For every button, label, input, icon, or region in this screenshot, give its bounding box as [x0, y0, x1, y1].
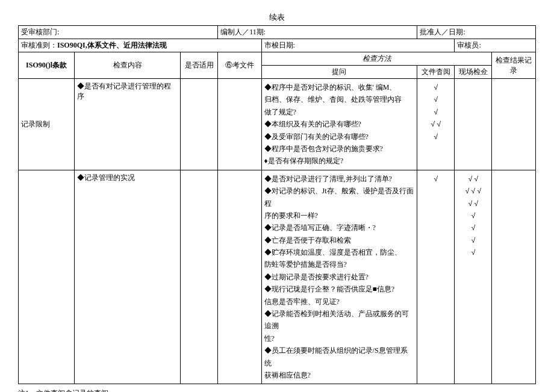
question-line: √ — [420, 173, 452, 185]
th-question: 提问 — [261, 66, 417, 79]
question-line: √ √ — [420, 118, 452, 130]
applicable-cell — [181, 170, 218, 384]
question-line: ◆员工在须要时能否从组织的记录/S息管理系统 — [264, 344, 415, 369]
question-line: √ √ — [457, 198, 489, 210]
question-line: ◆记录是否埴写正确、字迹清晰・? — [264, 222, 415, 234]
content-cell: ◆是否有对记录进行管理的程序 — [75, 79, 181, 170]
content-cell: ◆记录管理的实况 — [75, 170, 181, 384]
question-line: ◆本组织及有关的记录有哪些? — [264, 118, 415, 130]
question-line: ◆是否对记录进行了清理,并列出了清单? — [264, 173, 415, 185]
th-onsite: 现场检佥 — [455, 66, 492, 79]
question-line: √ — [457, 222, 489, 234]
docrev-cell-1: √ — [417, 170, 455, 384]
question-line: ◆程序中是否包含对记录的施贵要求? — [264, 143, 415, 155]
applicable-cell — [181, 79, 218, 170]
question-line: ◆现行记珑是行企整？能否供应足■信息? — [264, 283, 415, 295]
th-applicable: 是否适用 — [181, 52, 218, 79]
question-line: √ — [457, 210, 489, 222]
question-line: ◆记录能否检到时相关活动、产品或服务的可追溯 — [264, 308, 415, 332]
audit-table: 受审核部门: 编制人／11期: 批准人／日期: 审核准则：ISO90QI,体系文… — [18, 25, 536, 384]
question-line: √ √ — [457, 173, 489, 185]
table-row: 记录限制 ◆是否有对记录进行管理的程序 ◆程序中是否对记录的标识、收集' 编M、… — [19, 79, 536, 170]
footnotes: 注1：文件查阅含记录的查阅. 注2："检查结果记录"栏：符合。，稍微不符合△,严… — [18, 388, 536, 392]
question-line: ♦是否有保存期限的规定? — [264, 155, 415, 167]
question-line: ◆及受审部门有关的记录有哪些? — [264, 131, 415, 143]
table-row: ◆记录管理的实况 ◆是否对记录进行了清理,并列出了清单?◆对记录的标识、Jt存、… — [19, 170, 536, 384]
th-content: 检查内容 — [75, 52, 181, 79]
approver-cell: 批准人／日期: — [417, 26, 536, 39]
clause-cell: 记录限制 — [19, 79, 75, 170]
dept-cell: 受审核部门: — [19, 26, 218, 39]
question-line: √ — [420, 131, 452, 143]
onsite-cell-0 — [455, 79, 492, 170]
onsite-cell-1: √ √√ √ √√ √√√√√ — [455, 170, 492, 384]
question-line: ◆程序中是否对记录的标识、收集' 编M、 — [264, 81, 415, 93]
criteria-cell: 审核准则：ISO90QI,体系文件、近用法律法现 — [19, 39, 262, 52]
th-docrev: 文件杳阅 — [417, 66, 455, 79]
question-line: √ — [420, 81, 452, 93]
questions-cell-1: ◆是否对记录进行了清理,并列出了清单?◆对记录的标识、Jt存、般索、谩护是否及行… — [261, 170, 417, 384]
docrev-cell-0: √√√√ √√ — [417, 79, 455, 170]
question-line: 获褥相应信息? — [264, 369, 415, 381]
compiler-cell: 编制人／11期: — [218, 26, 417, 39]
refdoc-cell — [218, 170, 261, 384]
questions-cell-0: ◆程序中是否对记录的标识、收集' 编M、归档、保存、维炉、杳阅、处跌等管理内容做… — [261, 79, 417, 170]
question-line: 防蛀等爱护措施是否得当? — [264, 258, 415, 270]
th-result: 检查结果记录 — [492, 52, 536, 79]
question-line: √ — [457, 234, 489, 246]
clause-cell — [19, 170, 75, 384]
question-line: 归档、保存、维炉、杳阅、处跌等管理内容 — [264, 93, 415, 105]
continuation-title: 续表 — [18, 12, 536, 23]
question-line: 信息是否牢推、可见证? — [264, 296, 415, 308]
question-line: 性? — [264, 332, 415, 344]
question-line: √ — [457, 246, 489, 258]
criteria-value: ISO90QI,体系文件、近用法律法现 — [57, 41, 167, 49]
th-method: 检查方法 — [261, 52, 492, 66]
question-line: 做了规定? — [264, 106, 415, 118]
question-line: ◆贮存环境如温度、湿度是否相宜，防尘、 — [264, 246, 415, 258]
result-cell — [492, 170, 536, 384]
question-line: ◆过期记录是否按要求进行处置? — [264, 271, 415, 283]
question-line: √ √ √ — [457, 185, 489, 197]
question-line: ◆亡存是否便于存取和检索 — [264, 234, 415, 246]
criteria-label: 审核准则： — [21, 41, 57, 49]
question-line: 序的要求和一样? — [264, 210, 415, 222]
question-line: ◆对记录的标识、Jt存、般索、谩护是否及行面程 — [264, 185, 415, 210]
result-cell — [492, 79, 536, 170]
th-clause: ISO90()l条款 — [19, 52, 75, 79]
note1: 注1：文件查阅含记录的查阅. — [18, 388, 536, 392]
th-refdoc: ⑥考文件 — [218, 52, 261, 79]
question-line: √ — [420, 106, 452, 118]
question-line: √ — [420, 93, 452, 105]
auditdate-cell: 市梭日期: — [261, 39, 455, 52]
refdoc-cell — [218, 79, 261, 170]
auditor-cell: 审核员: — [455, 39, 536, 52]
